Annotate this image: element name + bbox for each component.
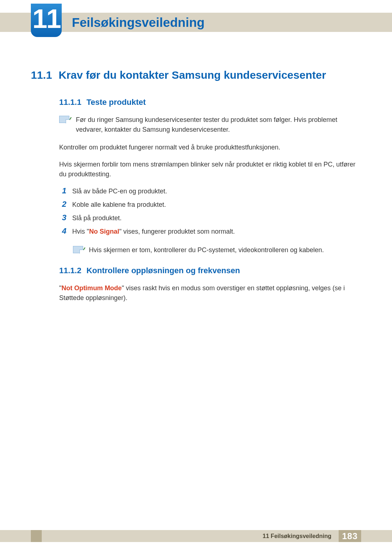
step-number: 2 [59, 200, 66, 209]
body-paragraph: Kontroller om produktet fungerer normalt… [59, 143, 361, 152]
step-item: 1 Slå av både PC-en og produktet. [59, 186, 361, 196]
step-item: 2 Koble alle kablene fra produktet. [59, 200, 361, 210]
body-paragraph: "Not Optimum Mode" vises raskt hvis en m… [59, 283, 361, 303]
step-item: 3 Slå på produktet. [59, 213, 361, 223]
section-number: 11.1 [31, 69, 52, 81]
note-text: Før du ringer Samsung kundeservicesenter… [76, 115, 361, 135]
subsection-title: Kontrollere oppløsningen og frekvensen [86, 266, 240, 275]
step-prefix: Hvis " [72, 228, 89, 235]
page-content: 11.1 Krav før du kontakter Samsung kunde… [31, 69, 361, 303]
chapter-title: Feilsøkingsveiledning [72, 15, 205, 30]
step-number: 1 [59, 186, 66, 195]
step-number: 3 [59, 213, 66, 222]
footer-page-box: 183 [339, 530, 361, 542]
footer-left-tab [31, 530, 42, 542]
step-number: 4 [59, 227, 66, 235]
step-text: Slå av både PC-en og produktet. [72, 186, 167, 196]
note-block: Før du ringer Samsung kundeservicesenter… [59, 115, 361, 135]
subsection-number: 11.1.2 [59, 266, 81, 275]
chapter-number-badge: 11 [31, 4, 62, 37]
step-text: Koble alle kablene fra produktet. [72, 200, 166, 210]
body-paragraph: Hvis skjermen forblir tom mens strømlamp… [59, 160, 361, 179]
chapter-number: 11 [32, 5, 60, 32]
step-item: 4 Hvis "No Signal" vises, fungerer produ… [59, 227, 361, 237]
no-signal-highlight: No Signal [89, 228, 119, 235]
subsection-heading-1: 11.1.1 Teste produktet [59, 98, 361, 107]
section-title: Krav før du kontakter Samsung kundeservi… [58, 69, 326, 81]
not-optimum-highlight: Not Optimum Mode [61, 284, 122, 292]
sub-note-text: Hvis skjermen er tom, kontrollerer du PC… [89, 245, 324, 255]
steps-list: 1 Slå av både PC-en og produktet. 2 Kobl… [59, 186, 361, 237]
subsection-number: 11.1.1 [59, 98, 81, 107]
step-suffix: " vises, fungerer produktet som normalt. [119, 228, 235, 235]
subsection-title: Teste produktet [86, 98, 146, 107]
note-icon [73, 246, 83, 253]
subsection-heading-2: 11.1.2 Kontrollere oppløsningen og frekv… [59, 266, 361, 275]
footer-bar: 11 Feilsøkingsveiledning 183 [0, 530, 392, 542]
step-text: Slå på produktet. [72, 213, 122, 223]
sub-note-block: Hvis skjermen er tom, kontrollerer du PC… [73, 245, 361, 255]
step-text: Hvis "No Signal" vises, fungerer produkt… [72, 227, 235, 237]
section-heading: 11.1 Krav før du kontakter Samsung kunde… [31, 69, 361, 81]
footer-chapter-label: 11 Feilsøkingsveiledning [263, 533, 331, 539]
footer-page-number: 183 [342, 531, 358, 541]
note-icon [59, 116, 69, 123]
